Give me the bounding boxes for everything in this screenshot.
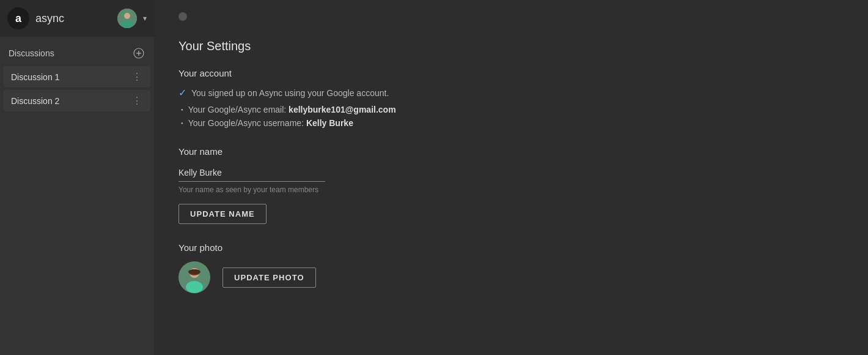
sidebar: a async ▾ Discussions Discussion 1 ⋮ Dis…: [0, 0, 154, 355]
update-photo-button[interactable]: UPDATE PHOTO: [223, 267, 316, 288]
dropdown-arrow-icon[interactable]: ▾: [143, 14, 147, 23]
discussions-label: Discussions: [9, 48, 54, 58]
bullet-icon: ●: [181, 108, 183, 111]
photo-section: Your photo UPDATE PHOTO: [178, 242, 844, 293]
svg-point-1: [124, 13, 130, 19]
photo-row: UPDATE PHOTO: [178, 261, 844, 293]
check-icon: ✓: [178, 87, 186, 99]
google-verified-row: ✓ You signed up on Async using your Goog…: [178, 87, 844, 99]
email-label: Your Google/Async email: kellyburke101@g…: [188, 105, 396, 114]
account-section: Your account ✓ You signed up on Async us…: [178, 68, 844, 128]
username-label: Your Google/Async username: Kelly Burke: [188, 118, 353, 128]
discussion-2-label: Discussion 2: [11, 96, 131, 106]
sidebar-item-discussion-1[interactable]: Discussion 1 ⋮: [4, 66, 150, 88]
name-section: Your name Your name as seen by your team…: [178, 146, 844, 224]
account-section-title: Your account: [178, 68, 844, 78]
svg-point-7: [186, 281, 203, 293]
svg-point-10: [188, 269, 200, 274]
name-input[interactable]: [178, 165, 325, 182]
page-title: Your Settings: [178, 39, 844, 53]
email-row: ● Your Google/Async email: kellyburke101…: [178, 105, 844, 114]
app-name: async: [35, 12, 111, 25]
discussion-1-menu-icon[interactable]: ⋮: [131, 71, 143, 83]
bullet-icon-2: ●: [181, 121, 183, 125]
discussion-1-label: Discussion 1: [11, 72, 131, 82]
main-content: Your Settings Your account ✓ You signed …: [154, 0, 868, 355]
sidebar-header: a async ▾: [0, 0, 154, 37]
app-logo: a: [7, 7, 29, 29]
update-name-button[interactable]: UPDATE NAME: [178, 204, 267, 224]
username-row: ● Your Google/Async username: Kelly Burk…: [178, 118, 844, 128]
photo-section-title: Your photo: [178, 242, 844, 253]
name-section-title: Your name: [178, 146, 844, 157]
sidebar-item-discussion-2[interactable]: Discussion 2 ⋮: [4, 90, 150, 111]
avatar[interactable]: [117, 9, 137, 28]
email-value: kellyburke101@gmail.com: [289, 105, 396, 114]
discussion-2-menu-icon[interactable]: ⋮: [131, 95, 143, 106]
user-photo: [178, 261, 210, 293]
username-value: Kelly Burke: [306, 118, 353, 128]
name-hint: Your name as seen by your team members: [178, 185, 844, 194]
discussions-section-header: Discussions: [0, 37, 154, 65]
google-verified-text: You signed up on Async using your Google…: [191, 88, 389, 98]
add-discussion-button[interactable]: [132, 47, 145, 60]
top-indicator: [178, 12, 187, 21]
